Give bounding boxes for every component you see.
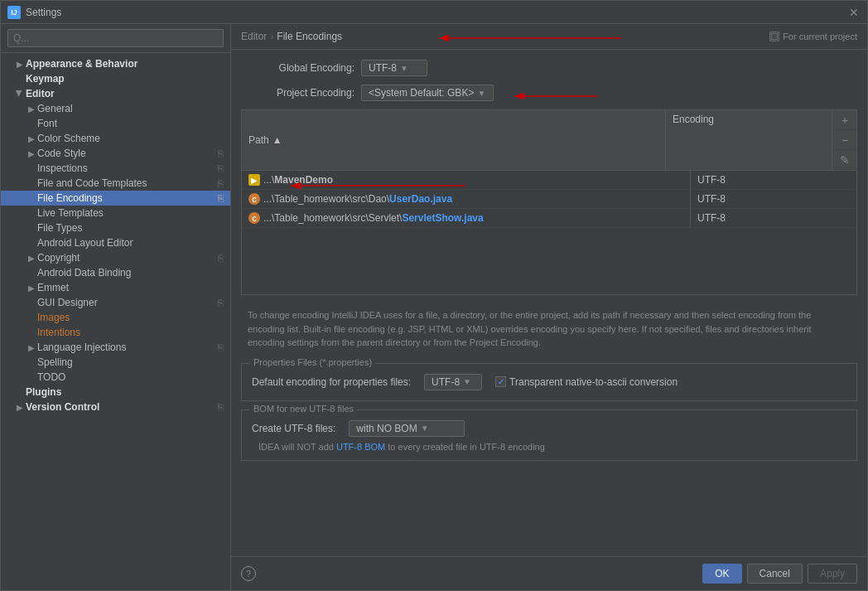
sidebar-item-label: Spelling xyxy=(37,356,73,368)
path-column-header[interactable]: Path ▲ xyxy=(242,110,666,170)
close-button[interactable]: ✕ xyxy=(847,6,861,19)
chevron-down-icon: ▼ xyxy=(421,424,429,433)
search-input[interactable] xyxy=(7,29,224,47)
bom-note-after: to every created file in UTF-8 encoding xyxy=(385,442,545,452)
for-project-checkbox[interactable]: ☐ xyxy=(769,31,779,41)
sidebar-item-emmet[interactable]: ▶ Emmet xyxy=(1,280,230,295)
sidebar-item-label: Plugins xyxy=(26,386,61,398)
sidebar-item-color-scheme[interactable]: ▶ Color Scheme xyxy=(1,131,230,146)
path-text: ...\MavenDemo xyxy=(263,174,333,186)
main-content: ▶ Appearance & Behavior ▶ Keymap ▶ Edito… xyxy=(1,24,867,590)
bom-link[interactable]: UTF-8 BOM xyxy=(336,442,385,452)
sidebar-item-label: Intentions xyxy=(37,327,80,338)
global-encoding-label: Global Encoding: xyxy=(241,62,361,74)
properties-section-title: Properties Files (*.properties) xyxy=(250,357,375,367)
edit-row-button[interactable]: ✎ xyxy=(832,150,857,170)
sidebar-item-label: General xyxy=(37,103,73,114)
chevron-down-icon: ▼ xyxy=(463,377,471,386)
add-row-button[interactable]: + xyxy=(832,110,857,130)
copy-icon[interactable]: ⎘ xyxy=(218,193,224,203)
breadcrumb: Editor › File Encodings ☐ For current pr… xyxy=(231,24,867,50)
sidebar-item-appearance[interactable]: ▶ Appearance & Behavior xyxy=(1,56,230,71)
cancel-button[interactable]: Cancel xyxy=(747,564,803,584)
sidebar-item-label: File Encodings xyxy=(37,192,103,204)
sidebar-item-general[interactable]: ▶ General xyxy=(1,101,230,116)
sidebar-item-copyright[interactable]: ▶ Copyright ⎘ xyxy=(1,250,230,265)
table-row[interactable]: ▶ ...\MavenDemo UTF-8 xyxy=(242,171,856,190)
sidebar-item-label: Emmet xyxy=(37,282,69,293)
sidebar-item-images[interactable]: ▶ Images xyxy=(1,310,230,325)
bom-label: Create UTF-8 files: xyxy=(252,423,335,434)
sidebar-item-gui-designer[interactable]: ▶ GUI Designer ⎘ xyxy=(1,295,230,310)
copy-icon[interactable]: ⎘ xyxy=(218,342,224,352)
transparent-conversion-checkbox[interactable] xyxy=(495,376,506,387)
encoding-column-header[interactable]: Encoding xyxy=(666,110,832,170)
main-panel: Editor › File Encodings ☐ For current pr… xyxy=(231,24,867,590)
properties-files-section: Properties Files (*.properties) Default … xyxy=(241,363,857,401)
project-encoding-label: Project Encoding: xyxy=(241,87,361,99)
sidebar-item-label: Font xyxy=(37,118,57,129)
sidebar-item-inspections[interactable]: ▶ Inspections ⎘ xyxy=(1,161,230,176)
arrow-icon: ▶ xyxy=(26,342,37,353)
path-text: ...\Table_homework\src\Servlet\ServletSh… xyxy=(263,212,484,224)
sidebar-item-code-style[interactable]: ▶ Code Style ⎘ xyxy=(1,146,230,161)
window-title: Settings xyxy=(26,7,61,18)
apply-button[interactable]: Apply xyxy=(808,564,857,584)
breadcrumb-parent: Editor xyxy=(241,31,267,42)
path-cell: c ...\Table_homework\src\Dao\UserDao.jav… xyxy=(242,190,691,208)
sidebar-item-label: Version Control xyxy=(26,401,99,413)
title-bar: IJ Settings ✕ xyxy=(1,1,867,24)
encoding-cell: UTF-8 xyxy=(691,209,856,227)
sidebar-item-label: Keymap xyxy=(26,73,65,85)
copy-icon[interactable]: ⎘ xyxy=(218,178,224,188)
sidebar-item-file-encodings[interactable]: ▶ File Encodings ⎘ xyxy=(1,191,230,206)
copy-icon[interactable]: ⎘ xyxy=(218,148,224,158)
project-encoding-dropdown[interactable]: <System Default: GBK> ▼ xyxy=(361,85,494,101)
sidebar-item-label: TODO xyxy=(37,371,65,383)
sidebar-item-intentions[interactable]: ▶ Intentions xyxy=(1,325,230,340)
encoding-cell: UTF-8 xyxy=(691,190,856,208)
global-encoding-dropdown[interactable]: UTF-8 ▼ xyxy=(361,60,427,76)
table-row[interactable]: c ...\Table_homework\src\Servlet\Servlet… xyxy=(242,209,856,228)
ok-button[interactable]: OK xyxy=(702,564,741,584)
sidebar-item-label: Appearance & Behavior xyxy=(26,58,137,70)
java-file-icon: c xyxy=(248,193,260,205)
bom-row: Create UTF-8 files: with NO BOM ▼ xyxy=(252,420,846,437)
for-project-toggle[interactable]: ☐ For current project xyxy=(769,31,857,41)
sidebar-item-language-injections[interactable]: ▶ Language Injections ⎘ xyxy=(1,340,230,355)
table-header: Path ▲ Encoding + − ✎ xyxy=(242,110,856,171)
breadcrumb-current: File Encodings xyxy=(277,31,342,42)
sidebar-item-label: GUI Designer xyxy=(37,297,98,308)
chevron-down-icon: ▼ xyxy=(400,64,408,73)
table-row[interactable]: c ...\Table_homework\src\Dao\UserDao.jav… xyxy=(242,190,856,209)
table-action-buttons: + − ✎ xyxy=(832,110,856,170)
sidebar-item-android-data-binding[interactable]: ▶ Android Data Binding xyxy=(1,265,230,280)
file-table-container: Path ▲ Encoding + − ✎ xyxy=(241,109,857,295)
sidebar-item-label: Live Templates xyxy=(37,207,104,219)
remove-row-button[interactable]: − xyxy=(832,130,857,150)
sidebar-item-version-control[interactable]: ▶ Version Control ⎘ xyxy=(1,400,230,414)
sidebar-item-font[interactable]: ▶ Font xyxy=(1,116,230,131)
bom-dropdown[interactable]: with NO BOM ▼ xyxy=(349,420,465,437)
properties-encoding-dropdown[interactable]: UTF-8 ▼ xyxy=(424,374,482,390)
sidebar: ▶ Appearance & Behavior ▶ Keymap ▶ Edito… xyxy=(1,24,231,590)
sidebar-item-todo[interactable]: ▶ TODO xyxy=(1,370,230,385)
sidebar-item-editor[interactable]: ▶ Editor xyxy=(1,86,230,101)
sidebar-item-spelling[interactable]: ▶ Spelling xyxy=(1,355,230,370)
sidebar-item-label: Android Data Binding xyxy=(37,267,131,279)
sidebar-item-file-code-templates[interactable]: ▶ File and Code Templates ⎘ xyxy=(1,176,230,191)
help-button[interactable]: ? xyxy=(241,566,256,581)
search-bar xyxy=(1,24,230,53)
properties-encoding-row: Default encoding for properties files: U… xyxy=(252,374,846,390)
copy-icon[interactable]: ⎘ xyxy=(218,253,224,263)
copy-icon[interactable]: ⎘ xyxy=(218,163,224,173)
sidebar-item-live-templates[interactable]: ▶ Live Templates xyxy=(1,206,230,220)
copy-icon[interactable]: ⎘ xyxy=(218,402,224,412)
sidebar-item-label: Language Injections xyxy=(37,342,126,353)
copy-icon[interactable]: ⎘ xyxy=(218,298,224,308)
sidebar-item-label: Code Style xyxy=(37,148,86,159)
sidebar-item-file-types[interactable]: ▶ File Types xyxy=(1,220,230,235)
sidebar-item-keymap[interactable]: ▶ Keymap xyxy=(1,71,230,86)
sidebar-item-android-layout-editor[interactable]: ▶ Android Layout Editor xyxy=(1,235,230,250)
sidebar-item-plugins[interactable]: ▶ Plugins xyxy=(1,385,230,400)
